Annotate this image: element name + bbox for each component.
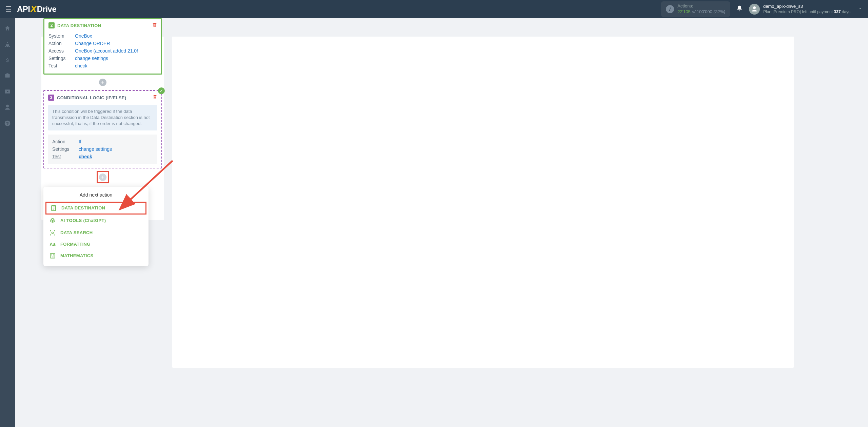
help-icon[interactable] (4, 120, 11, 128)
svg-point-6 (52, 232, 54, 233)
home-icon[interactable] (4, 25, 11, 34)
text-format-icon: Aa (49, 242, 56, 247)
dropdown-label: DATA SEARCH (60, 230, 93, 235)
red-highlight-box: + (97, 171, 109, 183)
dropdown-label: DATA DESTINATION (61, 205, 105, 210)
val-action[interactable]: If (79, 139, 81, 144)
logo[interactable]: APIXDrive (17, 4, 56, 15)
actions-of: of (692, 9, 695, 14)
main-layout: 2 DATA DESTINATION SystemOneBox ActionCh… (0, 18, 868, 427)
actions-pct: (22%) (713, 9, 725, 14)
logo-x: X (31, 4, 37, 15)
notifications-bell-icon[interactable] (736, 5, 743, 14)
actions-total: 100'000 (697, 9, 712, 14)
data-destination-card[interactable]: 2 DATA DESTINATION SystemOneBox ActionCh… (43, 18, 162, 75)
add-step-connector: + (43, 75, 162, 90)
check-badge-icon: ✓ (158, 87, 165, 94)
conditional-logic-card[interactable]: ✓ 3 CONDITIONAL LOGIC (IF/ELSE) This con… (43, 90, 162, 168)
calculator-icon (49, 252, 56, 259)
key-action: Action (52, 139, 79, 144)
actions-count: 22'105 (677, 9, 691, 14)
add-step-highlighted: + (43, 168, 162, 183)
val-system[interactable]: OneBox (75, 33, 92, 39)
svg-rect-2 (7, 46, 8, 47)
actions-counter[interactable]: i Actions: 22'105 of 100'000 (22%) (661, 1, 730, 17)
top-bar: ☰ APIXDrive i Actions: 22'105 of 100'000… (0, 0, 868, 18)
step-details: SystemOneBox ActionChange ORDER AccessOn… (48, 32, 157, 69)
step-title: DATA DESTINATION (57, 23, 101, 28)
val-test[interactable]: check (79, 154, 92, 159)
key-action: Action (48, 41, 75, 46)
val-settings[interactable]: change settings (75, 56, 108, 61)
dropdown-title: Add next action (43, 191, 149, 202)
dropdown-label: AI TOOLS (ChatGPT) (60, 218, 106, 223)
step-number-badge: 3 (48, 95, 54, 101)
logo-api: API (17, 4, 30, 14)
user-icon[interactable] (4, 104, 11, 113)
user-info: demo_apix-drive_s3 Plan |Premium PRO| le… (763, 4, 850, 15)
logo-drive: Drive (37, 4, 57, 14)
hamburger-menu-icon[interactable]: ☰ (5, 5, 12, 13)
preview-panel (172, 37, 794, 368)
dropdown-label: FORMATTING (60, 242, 91, 247)
svg-rect-0 (7, 42, 8, 43)
key-settings: Settings (48, 56, 75, 61)
chevron-down-icon (858, 6, 863, 12)
svg-rect-1 (5, 46, 6, 47)
user-name: demo_apix-drive_s3 (763, 4, 850, 9)
val-access[interactable]: OneBox (account added 21.06 (75, 48, 138, 54)
dropdown-item-ai-tools[interactable]: AI TOOLS (ChatGPT) (43, 215, 149, 227)
dropdown-item-data-destination[interactable]: DATA DESTINATION (45, 202, 146, 215)
step-number-badge: 2 (48, 22, 55, 28)
top-bar-right: i Actions: 22'105 of 100'000 (22%) demo_… (661, 1, 863, 17)
step-header: 2 DATA DESTINATION (48, 22, 157, 29)
val-test[interactable]: check (75, 63, 87, 68)
user-plan: Plan |Premium PRO| left until payment 33… (763, 9, 850, 15)
briefcase-icon[interactable] (4, 72, 11, 81)
content-area: 2 DATA DESTINATION SystemOneBox ActionCh… (15, 18, 868, 427)
svg-rect-7 (50, 253, 55, 258)
youtube-icon[interactable] (4, 88, 11, 97)
sitemap-icon[interactable] (4, 41, 11, 49)
key-system: System (48, 33, 75, 39)
workflow-column: 2 DATA DESTINATION SystemOneBox ActionCh… (37, 18, 169, 266)
brain-icon (49, 217, 56, 224)
trash-icon[interactable] (153, 94, 157, 101)
actions-label: Actions: (677, 3, 725, 9)
val-action[interactable]: Change ORDER (75, 41, 110, 46)
svg-point-5 (52, 218, 54, 221)
user-menu[interactable]: demo_apix-drive_s3 Plan |Premium PRO| le… (749, 4, 863, 15)
sidebar (0, 18, 15, 427)
plus-button[interactable]: + (99, 79, 106, 86)
avatar-icon (749, 4, 760, 15)
dropdown-item-mathematics[interactable]: MATHEMATICS (43, 250, 149, 262)
svg-rect-3 (8, 46, 9, 47)
dropdown-item-formatting[interactable]: Aa FORMATTING (43, 239, 149, 250)
scan-icon (49, 229, 56, 236)
cond-title: CONDITIONAL LOGIC (IF/ELSE) (57, 95, 126, 100)
key-test: Test (52, 154, 79, 159)
cond-details: ActionIf Settingschange settings Testche… (48, 135, 157, 164)
info-icon: i (666, 5, 674, 13)
trash-icon[interactable] (152, 22, 157, 29)
dropdown-item-data-search[interactable]: DATA SEARCH (43, 227, 149, 239)
document-plus-icon (50, 205, 57, 211)
cond-description: This condition will be triggered if the … (48, 105, 157, 130)
actions-text: Actions: 22'105 of 100'000 (22%) (677, 3, 725, 15)
key-settings: Settings (52, 146, 79, 152)
dollar-icon[interactable] (4, 57, 11, 65)
add-action-dropdown: Add next action DATA DESTINATION AI TOOL… (43, 187, 149, 266)
val-settings[interactable]: change settings (79, 146, 112, 152)
dropdown-label: MATHEMATICS (60, 253, 93, 258)
plus-button[interactable]: + (99, 174, 106, 181)
key-access: Access (48, 48, 75, 54)
cond-header: 3 CONDITIONAL LOGIC (IF/ELSE) (48, 94, 157, 101)
key-test: Test (48, 63, 75, 68)
